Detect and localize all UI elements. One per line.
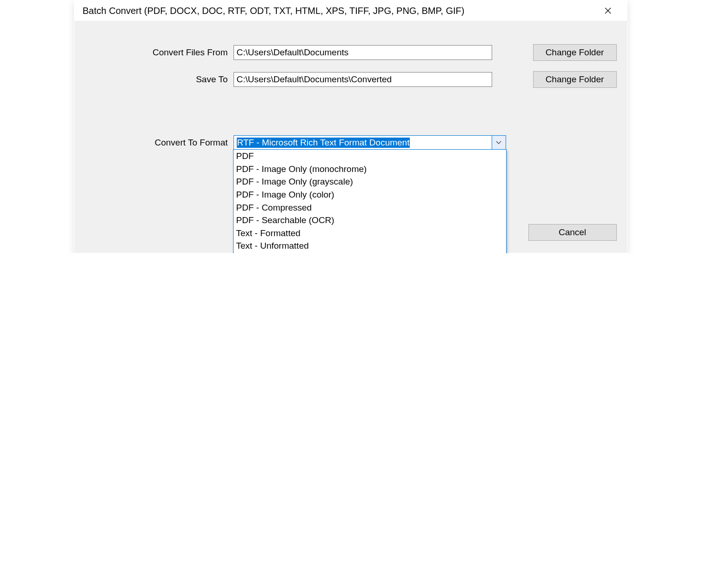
convert-from-input[interactable] [234, 45, 492, 60]
format-option[interactable]: Text - Formatted [234, 227, 506, 240]
close-button[interactable] [597, 1, 619, 20]
dialog-title: Batch Convert (PDF, DOCX, DOC, RTF, ODT,… [83, 6, 465, 16]
format-combo-box[interactable]: RTF - Microsoft Rich Text Format Documen… [234, 135, 506, 150]
cancel-button[interactable]: Cancel [528, 224, 617, 241]
format-option[interactable]: PDF [234, 150, 506, 163]
format-combo-arrow[interactable] [492, 136, 506, 149]
titlebar: Batch Convert (PDF, DOCX, DOC, RTF, ODT,… [74, 0, 627, 21]
change-folder-to-button[interactable]: Change Folder [533, 71, 617, 88]
change-folder-from-button[interactable]: Change Folder [533, 44, 617, 61]
row-format: Convert To Format RTF - Microsoft Rich T… [85, 135, 617, 150]
chevron-down-icon [496, 141, 501, 145]
label-save-to: Save To [85, 74, 234, 85]
format-option[interactable]: Text - Unformatted [234, 239, 506, 252]
label-convert-from: Convert Files From [85, 47, 234, 58]
format-combo[interactable]: RTF - Microsoft Rich Text Format Documen… [234, 135, 506, 150]
format-option[interactable]: PDF - Image Only (grayscale) [234, 175, 506, 188]
format-option[interactable]: Text with OCR - Formatted [234, 252, 506, 253]
label-format: Convert To Format [85, 138, 234, 148]
close-icon [605, 7, 611, 14]
format-option[interactable]: PDF - Searchable (OCR) [234, 214, 506, 227]
row-convert-from: Convert Files From Change Folder [85, 44, 617, 61]
save-to-input[interactable] [234, 72, 492, 87]
row-save-to: Save To Change Folder [85, 71, 617, 88]
format-combo-selected-text: RTF - Microsoft Rich Text Format Documen… [237, 138, 410, 148]
batch-convert-dialog: Batch Convert (PDF, DOCX, DOC, RTF, ODT,… [74, 0, 628, 253]
format-option[interactable]: PDF - Compressed [234, 201, 506, 214]
dialog-body: Convert Files From Change Folder Save To… [74, 21, 627, 253]
format-option[interactable]: PDF - Image Only (color) [234, 188, 506, 201]
format-combo-selected: RTF - Microsoft Rich Text Format Documen… [234, 136, 492, 149]
format-option[interactable]: PDF - Image Only (monochrome) [234, 163, 506, 176]
format-combo-list[interactable]: PDFPDF - Image Only (monochrome)PDF - Im… [233, 149, 507, 253]
